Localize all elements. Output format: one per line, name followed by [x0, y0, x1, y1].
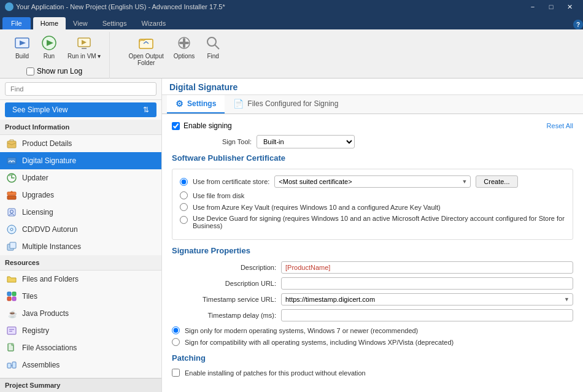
tab-files-configured[interactable]: 📄 Files Configured for Signing [225, 95, 347, 113]
create-button[interactable]: Create... [476, 175, 517, 188]
main-content: See Simple View ⇅ Product Information Pr… [0, 79, 583, 392]
enable-signing-row: Enable signing Reset All [172, 121, 573, 130]
timestamp-url-select[interactable]: https://timestamp.digicert.com [281, 293, 573, 306]
run-label: Run [44, 53, 55, 60]
enable-patches-row[interactable]: Enable installing of patches for this pr… [172, 369, 573, 377]
sidebar-item-file-assoc[interactable]: File Associations [0, 339, 161, 356]
svg-rect-27 [12, 297, 16, 301]
svg-rect-25 [12, 292, 16, 296]
tab-wizards[interactable]: Wizards [134, 17, 173, 29]
radio-sign-modern[interactable] [172, 326, 180, 334]
cert-section-title: Software Publisher Certificate [172, 153, 573, 163]
sign-tool-select[interactable]: Built-in [257, 135, 355, 148]
tab-home[interactable]: Home [33, 17, 66, 29]
radio-file-disk-label: Use file from disk [193, 192, 244, 199]
sidebar-item-licensing[interactable]: Licensing [0, 204, 161, 221]
radio-file-disk-input[interactable] [180, 191, 188, 199]
section-resources: Resources [0, 255, 161, 271]
open-output-button[interactable]: Open OutputFolder [125, 32, 167, 69]
tab-file[interactable]: File [2, 17, 31, 29]
options-button[interactable]: Options [170, 32, 198, 62]
radio-azure-key[interactable]: Use from Azure Key Vault (requires Windo… [180, 203, 565, 211]
run-button[interactable]: Run [37, 32, 61, 62]
radio-cert-store[interactable]: Use from certificate store: <Most suited… [180, 175, 565, 188]
timestamp-url-row: Timestamp service URL: https://timestamp… [172, 293, 573, 306]
sign-compat-row[interactable]: Sign for compatibility with all operatin… [172, 338, 573, 346]
open-output-icon [137, 34, 155, 52]
svg-rect-26 [7, 297, 11, 301]
svg-rect-16 [7, 196, 16, 199]
maximize-button[interactable]: □ [542, 1, 560, 12]
reset-all-link[interactable]: Reset All [547, 122, 573, 129]
enable-signing-label[interactable]: Enable signing [172, 121, 232, 130]
radio-file-disk[interactable]: Use file from disk [180, 191, 565, 199]
show-run-log-input[interactable] [26, 67, 34, 75]
enable-patches-checkbox[interactable] [172, 369, 180, 377]
project-summary[interactable]: Project Summary [0, 378, 161, 392]
sidebar-item-upgrades[interactable]: Upgrades [0, 186, 161, 204]
cert-store-select[interactable]: <Most suited certificate> [274, 175, 471, 188]
options-label: Options [174, 53, 195, 60]
svg-rect-7 [139, 39, 153, 48]
description-url-label: Description URL: [172, 280, 276, 287]
sidebar: See Simple View ⇅ Product Information Pr… [0, 79, 162, 392]
content-area: Digital Signature ⚙ Settings 📄 Files Con… [162, 79, 583, 392]
timestamp-url-container: https://timestamp.digicert.com ▼ [281, 293, 573, 306]
window-title: Your Application - New Project (English … [16, 3, 225, 10]
tiles-icon [6, 291, 17, 302]
radio-cert-store-input[interactable] [180, 178, 188, 186]
description-url-row: Description URL: [172, 277, 573, 290]
sign-modern-row[interactable]: Sign only for modern operating systems, … [172, 326, 573, 334]
content-title: Digital Signature [162, 79, 583, 95]
tab-view[interactable]: View [66, 17, 95, 29]
svg-point-21 [10, 228, 13, 231]
tab-settings[interactable]: Settings [95, 17, 134, 29]
settings-tab-icon: ⚙ [176, 99, 183, 109]
sidebar-item-java[interactable]: ☕ Java Products [0, 305, 161, 322]
enable-signing-checkbox[interactable] [172, 122, 180, 130]
sidebar-search-input[interactable] [5, 82, 156, 96]
description-input[interactable] [281, 261, 573, 274]
radio-azure-input[interactable] [180, 203, 188, 211]
radio-device-guard-input[interactable] [180, 216, 188, 224]
sidebar-item-assemblies[interactable]: Assemblies [0, 356, 161, 374]
box-icon [6, 138, 17, 149]
find-button[interactable]: Find [201, 32, 225, 62]
sidebar-item-files-folders[interactable]: Files and Folders [0, 271, 161, 288]
simple-view-button[interactable]: See Simple View ⇅ [5, 102, 156, 117]
timestamp-delay-input[interactable] [281, 309, 573, 321]
view-toggle-icon: ⇅ [143, 106, 149, 114]
build-label: Build [15, 53, 29, 60]
close-button[interactable]: ✕ [561, 1, 578, 12]
help-icon[interactable]: ? [573, 20, 583, 29]
sidebar-item-multiple-instances[interactable]: Multiple Instances [0, 238, 161, 255]
radio-device-guard-label: Use Device Guard for signing (requires W… [193, 215, 565, 229]
sidebar-item-cd-dvd[interactable]: CD/DVD Autorun [0, 221, 161, 238]
build-button[interactable]: Build [10, 32, 34, 62]
folder-icon [6, 274, 17, 285]
sidebar-item-updater[interactable]: Updater [0, 169, 161, 186]
sign-compat-label: Sign for compatibility with all operatin… [185, 339, 454, 346]
radio-sign-compat[interactable] [172, 338, 180, 346]
sidebar-item-tiles[interactable]: Tiles [0, 288, 161, 305]
minimize-button[interactable]: − [524, 1, 541, 12]
files-tab-icon: 📄 [233, 99, 244, 109]
radio-azure-label: Use from Azure Key Vault (requires Windo… [193, 204, 441, 211]
patching-title: Patching [172, 353, 573, 363]
sidebar-item-registry[interactable]: Registry [0, 322, 161, 339]
radio-cert-store-label: Use from certificate store: [193, 178, 269, 185]
svg-line-12 [215, 45, 219, 49]
tab-settings-panel[interactable]: ⚙ Settings [167, 95, 225, 113]
cert-section: Use from certificate store: <Most suited… [172, 169, 573, 240]
svg-rect-34 [12, 362, 16, 368]
instances-icon [6, 241, 17, 252]
build-icon [14, 34, 31, 52]
radio-device-guard[interactable]: Use Device Guard for signing (requires W… [180, 215, 565, 229]
show-run-log-checkbox[interactable]: Show run Log [23, 66, 91, 77]
sidebar-item-digital-signature[interactable]: Digital Signature [0, 152, 161, 169]
run-vm-button[interactable]: Run in VM ▾ [64, 32, 104, 62]
run-icon [41, 34, 58, 52]
description-url-input[interactable] [281, 277, 573, 290]
svg-rect-23 [10, 242, 16, 248]
sidebar-item-product-details[interactable]: Product Details [0, 135, 161, 152]
